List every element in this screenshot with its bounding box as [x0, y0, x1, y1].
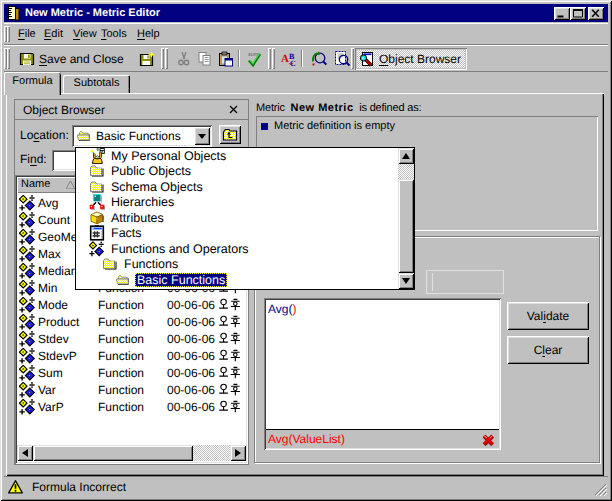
- hangul-pm-label: [219, 298, 241, 311]
- scroll-down-icon: [402, 278, 410, 284]
- function-row-var[interactable]: VarFunction00-06-06: [17, 381, 246, 398]
- grip-line: [432, 273, 434, 291]
- formula-paren: ): [292, 302, 296, 316]
- toolbar-separator2: [301, 50, 303, 67]
- close-button[interactable]: [588, 7, 604, 20]
- save-as-button[interactable]: [138, 48, 156, 69]
- rename-abc-button[interactable]: A B C: [279, 48, 301, 69]
- formula-editor[interactable]: Avg() Avg(ValueList): [264, 298, 501, 450]
- scroll-down-button[interactable]: [398, 273, 414, 289]
- toolbar-grip6[interactable]: [272, 48, 275, 69]
- function-type: Function: [98, 349, 167, 363]
- dropdown-scroll-track[interactable]: [398, 164, 414, 179]
- dropdown-item-functions[interactable]: Functions: [76, 257, 414, 273]
- tab-subtotals[interactable]: Subtotals: [63, 75, 130, 93]
- location-label: Location:: [20, 128, 69, 142]
- copy-icon: [197, 51, 213, 67]
- function-row-product[interactable]: ProductFunction00-06-06: [17, 313, 246, 330]
- function-row-stdevp[interactable]: StdevPFunction00-06-06: [17, 347, 246, 364]
- menubar-grip2[interactable]: [7, 26, 10, 42]
- up-one-level-button[interactable]: [219, 125, 241, 144]
- dropdown-item-basic-functions[interactable]: Basic Functions: [76, 272, 414, 288]
- toolbar-grip3[interactable]: [161, 48, 164, 69]
- folder-open-icon: [115, 272, 131, 288]
- personal-icon: [89, 148, 105, 164]
- scroll-right-button[interactable]: [230, 445, 246, 461]
- save-and-close-button[interactable]: Save and Close: [19, 48, 128, 69]
- menu-tools[interactable]: Tools: [94, 25, 134, 43]
- function-name: Stdev: [38, 332, 98, 346]
- menu-help[interactable]: Help: [130, 25, 167, 43]
- rename-abc-icon: A B C: [281, 50, 299, 68]
- zoom-page-button[interactable]: [331, 48, 353, 69]
- dropdown-scroll-thumb[interactable]: [398, 179, 414, 273]
- minimize-button[interactable]: [554, 7, 570, 20]
- save-and-close-label: Save and Close: [39, 52, 124, 66]
- location-dropdown-button[interactable]: [194, 127, 210, 145]
- dropdown-item-schema-objects[interactable]: Schema Objects: [76, 179, 414, 195]
- toolbar-grip5[interactable]: [268, 48, 271, 69]
- scroll-up-button[interactable]: [398, 148, 414, 164]
- location-combobox[interactable]: Basic Functions: [72, 125, 212, 147]
- validate-button[interactable]: Validate: [507, 302, 589, 330]
- tab-formula[interactable]: Formula: [4, 72, 61, 95]
- validate-sum-icon: sum: [245, 50, 263, 68]
- toolbar: Save and Close: [4, 45, 608, 72]
- date-text: 00-06-06: [167, 349, 215, 363]
- dropdown-item-hierarchies[interactable]: Hierarchies: [76, 195, 414, 211]
- date-text: 00-06-06: [167, 315, 215, 329]
- dropdown-item-label: Hierarchies: [109, 195, 176, 209]
- title-bar: New Metric - Metric Editor: [4, 4, 608, 22]
- dropdown-item-functions-and-operators[interactable]: Functions and Operators: [76, 241, 414, 257]
- metric-name: New Metric: [290, 102, 353, 114]
- scroll-left-icon: [22, 449, 28, 457]
- function-icon: [89, 241, 105, 257]
- toolbar-grip4[interactable]: [165, 48, 168, 69]
- function-icon: [19, 195, 36, 211]
- scroll-left-button[interactable]: [17, 445, 33, 461]
- column-header-name[interactable]: Name: [17, 177, 79, 193]
- scrollbar-thumb[interactable]: [33, 445, 193, 461]
- dropdown-item-my-personal-objects[interactable]: My Personal Objects: [76, 148, 414, 164]
- function-date: 00-06-06: [167, 383, 241, 397]
- function-row-stdev[interactable]: StdevFunction00-06-06: [17, 330, 246, 347]
- copy-button[interactable]: [195, 48, 215, 69]
- object-browser-close-button[interactable]: [227, 103, 240, 116]
- scrollbar-track[interactable]: [193, 445, 230, 461]
- zoom-button[interactable]: [308, 48, 330, 69]
- function-date: 00-06-06: [167, 366, 241, 380]
- function-icon: [19, 399, 36, 415]
- function-row-sum[interactable]: SumFunction00-06-06: [17, 364, 246, 381]
- validate-sum-button[interactable]: sum: [244, 48, 264, 69]
- folder-open-icon: [76, 129, 92, 143]
- function-row-varp[interactable]: VarPFunction00-06-06: [17, 398, 246, 415]
- function-icon: [19, 280, 36, 296]
- function-row-mode[interactable]: ModeFunction00-06-06: [17, 296, 246, 313]
- function-icon: [19, 212, 36, 228]
- toolbar-grip7[interactable]: [351, 48, 354, 69]
- resize-grip[interactable]: [594, 483, 607, 496]
- dropdown-item-public-objects[interactable]: Public Objects: [76, 164, 414, 180]
- paste-button[interactable]: [216, 48, 236, 69]
- dropdown-arrow-icon: [198, 134, 206, 139]
- dropdown-item-attributes[interactable]: Attributes: [76, 210, 414, 226]
- maximize-button[interactable]: [570, 7, 586, 20]
- cut-button[interactable]: [174, 48, 194, 69]
- dropdown-scrollbar[interactable]: [398, 148, 414, 289]
- horizontal-scrollbar[interactable]: [17, 445, 246, 461]
- hierarchy-icon: [89, 194, 105, 210]
- hangul-pm-label: [219, 400, 241, 413]
- function-name: Var: [38, 383, 98, 397]
- save-icon: [19, 51, 35, 67]
- location-dropdown-list: My Personal Objects Public Objects Schem…: [75, 147, 415, 290]
- object-browser-toggle-button[interactable]: Object Browser: [355, 48, 467, 70]
- object-browser-panel-header: Object Browser: [15, 100, 248, 120]
- function-icon: [19, 348, 36, 364]
- function-name: Sum: [38, 366, 98, 380]
- toolbar-grip2[interactable]: [7, 48, 10, 69]
- metric-editor-window: New Metric - Metric Editor FileEditViewT…: [0, 0, 612, 501]
- dropdown-item-facts[interactable]: Facts: [76, 226, 414, 242]
- paste-icon: [218, 51, 234, 67]
- function-name: Mode: [38, 298, 98, 312]
- clear-button[interactable]: Clear: [507, 336, 589, 364]
